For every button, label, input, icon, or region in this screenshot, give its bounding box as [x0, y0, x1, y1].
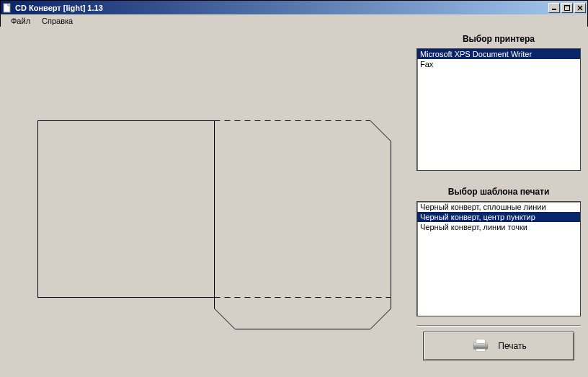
svg-rect-6 — [38, 121, 215, 298]
envelope-svg — [37, 120, 392, 329]
print-section: Печать — [416, 325, 581, 366]
printer-icon — [471, 337, 491, 355]
menu-file[interactable]: Файл — [5, 15, 36, 27]
list-item[interactable]: Черный конверт, центр пунктир — [417, 212, 580, 222]
svg-point-20 — [486, 343, 487, 345]
maximize-button[interactable] — [561, 3, 573, 13]
window-buttons — [547, 3, 586, 13]
print-button[interactable]: Печать — [423, 332, 574, 360]
svg-rect-18 — [476, 339, 485, 343]
window-title: CD Конверт [light] 1.13 — [15, 4, 547, 12]
svg-rect-21 — [474, 346, 488, 349]
svg-rect-2 — [565, 5, 570, 10]
list-item[interactable]: Fax — [417, 59, 580, 69]
app-icon — [2, 3, 12, 13]
titlebar: CD Конверт [light] 1.13 — [1, 1, 587, 14]
list-item[interactable]: Черный конверт, линии точки — [417, 222, 580, 232]
list-item[interactable]: Microsoft XPS Document Writer — [417, 49, 580, 59]
svg-line-13 — [215, 309, 236, 329]
svg-rect-0 — [4, 4, 10, 12]
envelope-preview — [37, 120, 392, 329]
content: Выбор принтера Microsoft XPS Document Wr… — [0, 27, 588, 377]
right-panel: Выбор принтера Microsoft XPS Document Wr… — [416, 34, 581, 366]
template-section-label: Выбор шаблона печати — [416, 187, 581, 197]
template-listbox[interactable]: Черный конверт, сплошные линии Черный ко… — [416, 201, 581, 316]
list-item[interactable]: Черный конверт, сплошные линии — [417, 202, 580, 212]
printer-section-label: Выбор принтера — [416, 34, 581, 44]
minimize-button[interactable] — [548, 3, 560, 13]
close-button[interactable] — [574, 3, 586, 13]
menu-help[interactable]: Справка — [36, 15, 79, 27]
menubar: Файл Справка — [1, 14, 587, 27]
svg-line-9 — [370, 121, 391, 142]
printer-listbox[interactable]: Microsoft XPS Document Writer Fax — [416, 48, 581, 171]
svg-line-11 — [370, 309, 391, 329]
print-button-label: Печать — [498, 341, 526, 351]
